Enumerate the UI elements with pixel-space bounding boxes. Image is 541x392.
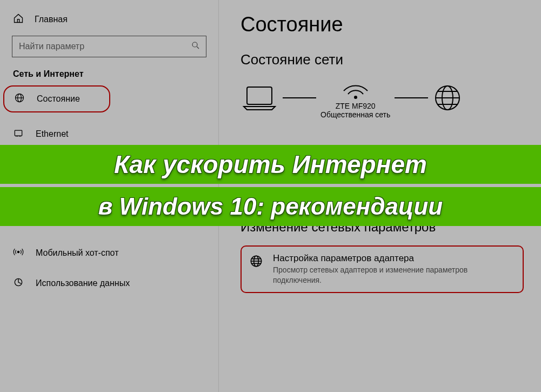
- wifi-network-type: Общественная сеть: [320, 110, 390, 119]
- adapter-desc: Просмотр сетевых адаптеров и изменение п…: [273, 265, 513, 285]
- laptop-icon: [241, 84, 278, 112]
- section-network-status: Состояние сети: [241, 51, 524, 68]
- page-title: Состояние: [241, 13, 524, 36]
- overlay-banner-line1: Как ускорить Интернет: [0, 145, 541, 184]
- overlay-banner-line2: в Windows 10: рекомендации: [0, 187, 541, 226]
- svg-point-0: [192, 42, 197, 47]
- globe-icon: [432, 83, 463, 113]
- adapter-settings-button[interactable]: Настройка параметров адаптера Просмотр с…: [241, 245, 524, 293]
- svg-point-8: [17, 251, 19, 253]
- search-input[interactable]: Найти параметр: [12, 36, 206, 57]
- home-label: Главная: [35, 15, 68, 24]
- sidebar-item-status[interactable]: Состояние: [3, 85, 110, 112]
- data-usage-icon: [13, 277, 25, 290]
- hotspot-icon: [13, 247, 25, 260]
- connection-line: [283, 97, 316, 98]
- globe-icon: [249, 254, 263, 270]
- home-icon: [13, 13, 25, 26]
- svg-rect-10: [247, 87, 272, 104]
- sidebar-item-label: Использование данных: [36, 278, 130, 288]
- svg-rect-5: [15, 130, 22, 136]
- wifi-icon: [340, 77, 371, 101]
- network-diagram: ZTE MF920 Общественная сеть: [241, 77, 524, 119]
- sidebar-item-label: Мобильный хот-спот: [36, 248, 118, 258]
- sidebar-item-hotspot[interactable]: Мобильный хот-спот: [0, 238, 218, 268]
- sidebar-item-home[interactable]: Главная: [0, 10, 218, 36]
- svg-line-1: [197, 46, 199, 49]
- sidebar-item-label: Ethernet: [36, 129, 68, 139]
- sidebar-item-label: Состояние: [37, 94, 80, 104]
- svg-point-11: [354, 96, 357, 99]
- sidebar-category-label: Сеть и Интернет: [0, 69, 218, 85]
- globe-icon: [14, 92, 26, 105]
- sidebar-item-data-usage[interactable]: Использование данных: [0, 268, 218, 298]
- ethernet-icon: [13, 128, 25, 141]
- adapter-title: Настройка параметров адаптера: [273, 253, 513, 264]
- wifi-device-label: ZTE MF920: [336, 102, 376, 110]
- search-icon: [191, 41, 201, 52]
- search-placeholder: Найти параметр: [19, 42, 84, 51]
- connection-line: [395, 97, 428, 98]
